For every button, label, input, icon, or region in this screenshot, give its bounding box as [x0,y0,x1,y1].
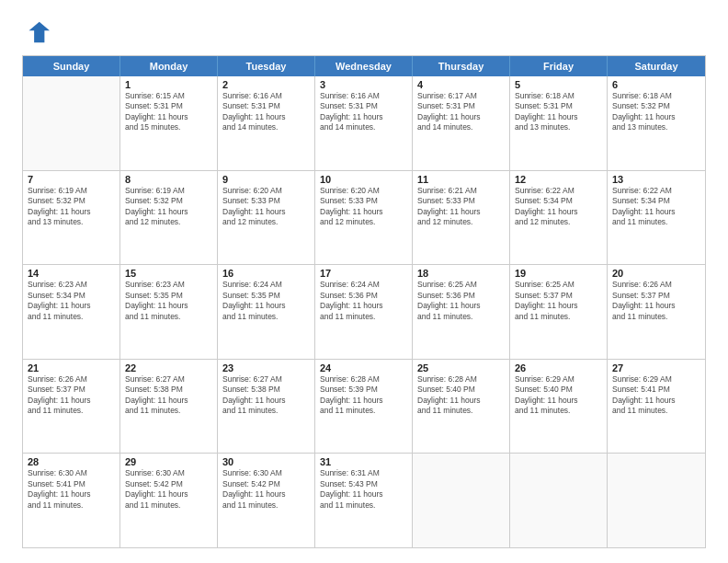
cell-line: Sunrise: 6:16 AM [320,91,407,101]
cell-line: and 13 minutes. [28,217,115,227]
cell-line: and 12 minutes. [125,217,212,227]
cell-line: Sunrise: 6:23 AM [28,280,115,290]
cell-line: Sunset: 5:35 PM [125,291,212,301]
day-number: 18 [417,268,505,279]
cell-line: and 14 minutes. [320,122,407,132]
cell-line: and 15 minutes. [125,122,212,132]
page: SundayMondayTuesdayWednesdayThursdayFrid… [0,0,728,563]
calendar-cell [413,454,510,547]
day-number: 9 [222,174,310,185]
day-number: 25 [417,362,505,373]
cell-line: Sunrise: 6:15 AM [125,91,212,101]
cell-line: Sunset: 5:31 PM [125,101,212,111]
cell-line: Sunrise: 6:29 AM [612,374,700,385]
cell-line: Sunrise: 6:21 AM [417,186,505,196]
weekday-header: Thursday [413,56,510,76]
cell-line: Daylight: 11 hours [222,112,310,122]
weekday-header: Wednesday [315,56,413,76]
cell-line: Daylight: 11 hours [515,396,602,406]
calendar-header: SundayMondayTuesdayWednesdayThursdayFrid… [23,56,705,76]
calendar-row: 14Sunrise: 6:23 AMSunset: 5:34 PMDayligh… [23,265,705,360]
calendar-cell: 12Sunrise: 6:22 AMSunset: 5:34 PMDayligh… [510,171,608,265]
cell-line: Sunset: 5:38 PM [222,385,310,395]
cell-line: Sunrise: 6:18 AM [612,91,700,101]
cell-line: Sunset: 5:36 PM [417,291,505,301]
cell-line: Sunset: 5:33 PM [417,196,505,206]
calendar-cell: 4Sunrise: 6:17 AMSunset: 5:31 PMDaylight… [413,76,510,170]
cell-line: Daylight: 11 hours [515,301,602,311]
calendar-cell: 20Sunrise: 6:26 AMSunset: 5:37 PMDayligh… [608,265,705,359]
cell-line: Daylight: 11 hours [417,396,505,406]
calendar-cell: 31Sunrise: 6:31 AMSunset: 5:43 PMDayligh… [315,454,413,547]
calendar-cell: 18Sunrise: 6:25 AMSunset: 5:36 PMDayligh… [413,265,510,359]
cell-line: Sunset: 5:37 PM [28,385,115,395]
cell-line: and 11 minutes. [417,406,505,416]
day-number: 4 [417,79,505,90]
calendar-cell: 2Sunrise: 6:16 AMSunset: 5:31 PMDaylight… [218,76,315,170]
cell-line: Sunrise: 6:22 AM [612,186,700,196]
cell-line: Sunset: 5:31 PM [320,101,407,111]
calendar-cell: 5Sunrise: 6:18 AMSunset: 5:31 PMDaylight… [510,76,608,170]
day-number: 13 [612,174,700,185]
day-number: 29 [125,456,212,467]
logo [22,18,53,46]
cell-line: Daylight: 11 hours [222,489,310,500]
cell-line: Sunset: 5:31 PM [515,101,602,111]
cell-line: Sunset: 5:31 PM [222,101,310,111]
day-number: 31 [320,456,407,467]
day-number: 30 [222,456,310,467]
day-number: 15 [125,268,212,279]
cell-line: Sunrise: 6:20 AM [320,186,407,196]
cell-line: and 12 minutes. [320,217,407,227]
logo-icon [22,18,50,46]
day-number: 16 [222,268,310,279]
day-number: 2 [222,79,310,90]
cell-line: Sunrise: 6:23 AM [125,280,212,290]
cell-line: Sunrise: 6:26 AM [612,280,700,290]
cell-line: and 11 minutes. [222,406,310,416]
cell-line: and 11 minutes. [125,406,212,416]
cell-line: Sunrise: 6:30 AM [28,468,115,478]
cell-line: Sunset: 5:43 PM [320,479,407,489]
day-number: 8 [125,174,212,185]
cell-line: Sunset: 5:42 PM [125,479,212,489]
cell-line: Sunrise: 6:28 AM [320,374,407,385]
cell-line: and 11 minutes. [125,312,212,322]
cell-line: and 12 minutes. [222,217,310,227]
calendar-cell: 13Sunrise: 6:22 AMSunset: 5:34 PMDayligh… [608,171,705,265]
cell-line: and 11 minutes. [28,312,115,322]
cell-line: Sunrise: 6:20 AM [222,186,310,196]
cell-line: Sunset: 5:41 PM [28,479,115,489]
cell-line: and 12 minutes. [515,217,602,227]
cell-line: and 14 minutes. [417,122,505,132]
cell-line: and 11 minutes. [320,406,407,416]
header [22,18,706,46]
cell-line: Sunrise: 6:18 AM [515,91,602,101]
calendar-cell: 17Sunrise: 6:24 AMSunset: 5:36 PMDayligh… [315,265,413,359]
cell-line: Sunset: 5:41 PM [612,385,700,395]
cell-line: Daylight: 11 hours [125,396,212,406]
calendar-cell: 26Sunrise: 6:29 AMSunset: 5:40 PMDayligh… [510,360,608,454]
cell-line: Daylight: 11 hours [125,207,212,217]
cell-line: Daylight: 11 hours [417,207,505,217]
day-number: 22 [125,362,212,373]
cell-line: Sunset: 5:37 PM [515,291,602,301]
cell-line: Daylight: 11 hours [417,112,505,122]
day-number: 21 [28,362,115,373]
calendar-row: 21Sunrise: 6:26 AMSunset: 5:37 PMDayligh… [23,360,705,454]
cell-line: Daylight: 11 hours [612,301,700,311]
cell-line: Sunrise: 6:22 AM [515,186,602,196]
calendar-cell: 28Sunrise: 6:30 AMSunset: 5:41 PMDayligh… [23,454,120,547]
calendar-cell: 7Sunrise: 6:19 AMSunset: 5:32 PMDaylight… [23,171,120,265]
cell-line: Daylight: 11 hours [612,207,700,217]
day-number: 19 [515,268,602,279]
cell-line: Daylight: 11 hours [28,207,115,217]
cell-line: Daylight: 11 hours [515,207,602,217]
cell-line: Sunset: 5:40 PM [417,385,505,395]
calendar-cell: 22Sunrise: 6:27 AMSunset: 5:38 PMDayligh… [120,360,218,454]
day-number: 6 [612,79,700,90]
weekday-header: Saturday [608,56,705,76]
cell-line: and 11 minutes. [417,312,505,322]
cell-line: Sunrise: 6:19 AM [28,186,115,196]
cell-line: Sunset: 5:37 PM [612,291,700,301]
